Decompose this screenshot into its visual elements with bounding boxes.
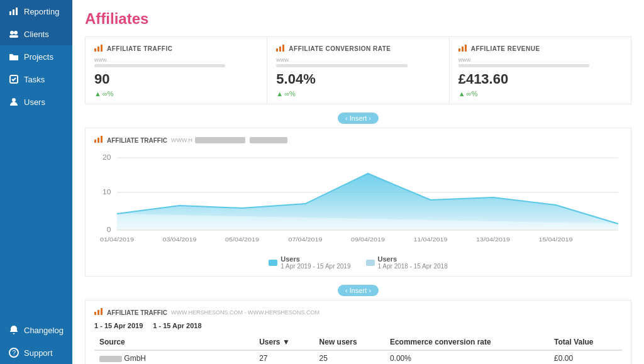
table-section-icon (94, 307, 103, 318)
person-icon (9, 97, 19, 107)
cell-source-0: GmbH (94, 350, 254, 364)
metric-url-bar-revenue (458, 64, 589, 67)
svg-text:03/04/2019: 03/04/2019 (162, 236, 196, 243)
legend-label-2018: Users (378, 255, 448, 263)
metric-card-revenue: AFFILIATE REVENUE www. £413.60 ▲ ∞% (450, 36, 631, 104)
svg-rect-20 (97, 138, 99, 143)
date-range-1: 1 - 15 Apr 2019 (94, 322, 143, 329)
svg-rect-13 (276, 48, 278, 52)
svg-point-5 (14, 31, 18, 35)
metric-change-conversion: ▲ ∞% (276, 90, 440, 97)
sidebar-item-users[interactable]: Users (0, 91, 72, 113)
svg-rect-14 (279, 47, 281, 52)
chart-legend: Users 1 Apr 2019 - 15 Apr 2019 Users 1 A… (94, 255, 622, 270)
sort-icon: ▼ (282, 338, 290, 346)
svg-rect-16 (458, 48, 460, 52)
folder-icon (9, 52, 19, 62)
metric-url-conversion: www. (276, 57, 440, 63)
metric-change-value-conversion: ∞% (284, 90, 296, 97)
conversion-chart-icon (276, 43, 285, 54)
metric-change-value-traffic: ∞% (103, 90, 114, 97)
sidebar-label-clients: Clients (24, 30, 49, 39)
sidebar-label-reporting: Reporting (24, 7, 59, 16)
metric-label-traffic: AFFILIATE TRAFFIC (107, 45, 172, 52)
svg-rect-18 (465, 45, 467, 52)
svg-rect-0 (9, 11, 11, 15)
metric-card-traffic: AFFILIATE TRAFFIC www. 90 ▲ ∞% (85, 36, 267, 104)
chart-svg-container: 20 10 0 01/04/2019 03/04/2019 05/04/2019 (94, 148, 622, 251)
legend-label-2019: Users (280, 255, 350, 263)
legend-color-2018 (366, 260, 375, 266)
source-redact-0 (99, 356, 122, 362)
sidebar-item-projects[interactable]: Projects (0, 45, 72, 68)
col-new-users: New users (314, 334, 385, 350)
arrow-up-icon-3: ▲ (458, 90, 465, 97)
users-icon (9, 29, 19, 39)
cell-ecr-0: 0.00% (385, 350, 549, 364)
table-section-title: AFFILIATE TRAFFIC (107, 309, 167, 316)
col-users[interactable]: Users ▼ (254, 334, 314, 350)
legend-sublabel-2019: 1 Apr 2019 - 15 Apr 2019 (280, 263, 350, 270)
svg-rect-1 (13, 9, 14, 15)
affiliates-table: Source Users ▼ New users Ecommerce conve… (94, 334, 622, 364)
metric-change-traffic: ▲ ∞% (94, 90, 258, 97)
legend-color-2019 (269, 260, 277, 266)
sidebar-label-tasks: Tasks (24, 75, 45, 84)
sidebar-label-projects: Projects (24, 52, 53, 62)
metric-card-conversion: AFFILIATE CONVERSION RATE www. 5.04% ▲ ∞… (267, 36, 449, 104)
question-icon: ? (9, 348, 19, 358)
sidebar-item-support[interactable]: ? Support (0, 341, 72, 364)
sidebar-item-tasks[interactable]: Tasks (0, 68, 72, 91)
revenue-chart-icon (458, 43, 467, 54)
chart-section: AFFILIATE TRAFFIC WWW.H 20 10 0 (85, 128, 631, 277)
cell-users-0: 27 (254, 350, 314, 364)
metric-url-revenue: www. (458, 57, 622, 63)
svg-rect-17 (462, 47, 464, 52)
sidebar-label-changelog: Changelog (24, 326, 64, 335)
sidebar-label-support: Support (24, 348, 53, 358)
sidebar: Reporting Clients Projects Tasks Users C… (0, 0, 72, 364)
svg-text:07/04/2019: 07/04/2019 (289, 236, 323, 243)
svg-text:15/04/2019: 15/04/2019 (539, 236, 573, 243)
arrow-up-icon: ▲ (94, 90, 101, 97)
svg-text:?: ? (13, 350, 16, 356)
main-content: Affiliates AFFILIATE TRAFFIC www. 90 ▲ ∞… (72, 0, 644, 364)
line-chart: 20 10 0 01/04/2019 03/04/2019 05/04/2019 (94, 148, 622, 249)
insert-button-1[interactable]: ‹ Insert › (338, 113, 379, 124)
insert-button-2[interactable]: ‹ Insert › (338, 285, 379, 296)
chart-url-redact (195, 137, 245, 143)
sidebar-item-clients[interactable]: Clients (0, 23, 72, 45)
col-source: Source (94, 334, 254, 350)
bell-icon (9, 325, 19, 335)
traffic-chart-icon (94, 43, 103, 54)
svg-rect-15 (282, 45, 284, 52)
svg-rect-36 (94, 312, 96, 315)
svg-text:05/04/2019: 05/04/2019 (225, 236, 259, 243)
table-row: GmbH 27 25 0.00% £0.00 (94, 350, 622, 364)
sidebar-item-reporting[interactable]: Reporting (0, 0, 72, 23)
svg-rect-21 (101, 136, 103, 143)
metric-label-revenue: AFFILIATE REVENUE (471, 45, 540, 52)
svg-rect-2 (16, 8, 18, 15)
svg-rect-12 (101, 45, 103, 52)
metric-value-conversion: 5.04% (276, 71, 440, 87)
chart-url: WWW.H (171, 137, 287, 144)
chart-title: AFFILIATE TRAFFIC (107, 137, 167, 144)
metric-url-bar-traffic (94, 64, 225, 67)
arrow-up-icon-2: ▲ (276, 90, 283, 97)
sidebar-label-users: Users (24, 97, 45, 107)
svg-text:10: 10 (103, 189, 111, 196)
legend-sublabel-2018: 1 Apr 2018 - 15 Apr 2018 (378, 263, 448, 270)
metric-label-conversion: AFFILIATE CONVERSION RATE (289, 45, 391, 52)
cell-newusers-0: 25 (314, 350, 385, 364)
chart-url-redact2 (250, 137, 287, 143)
sidebar-item-changelog[interactable]: Changelog (0, 319, 72, 341)
chart-icon (94, 135, 103, 146)
date-range-row: 1 - 15 Apr 2019 1 - 15 Apr 2018 (94, 322, 622, 329)
legend-item-2019: Users 1 Apr 2019 - 15 Apr 2019 (269, 255, 350, 270)
page-title: Affiliates (85, 10, 631, 28)
col-ecr: Ecommerce conversion rate (385, 334, 549, 350)
table-section: AFFILIATE TRAFFIC WWW.HERSHESONS.COM - W… (85, 300, 631, 364)
svg-point-7 (12, 98, 16, 102)
svg-text:11/04/2019: 11/04/2019 (414, 236, 448, 243)
